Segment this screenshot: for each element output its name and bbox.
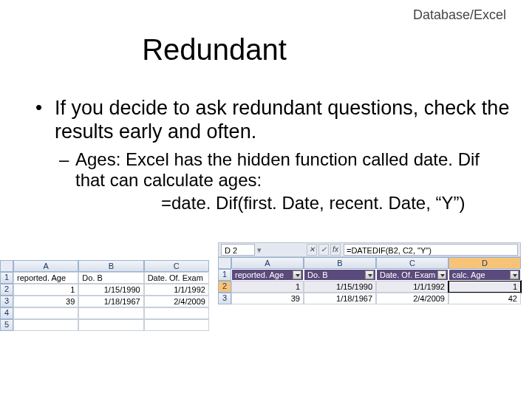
- row-header[interactable]: 5: [0, 319, 13, 331]
- filter-dropdown-icon[interactable]: [510, 270, 519, 279]
- header-cell[interactable]: calc. Age: [449, 269, 521, 281]
- table-row: 3 39 1/18/1967 2/4/2009 42: [218, 293, 521, 304]
- slide-title: Redundant: [0, 33, 480, 66]
- cell[interactable]: Date. Of. Exam: [144, 272, 209, 284]
- row-header[interactable]: 3: [0, 296, 13, 307]
- select-all-corner[interactable]: [218, 257, 231, 269]
- cell[interactable]: 1: [231, 281, 304, 293]
- row-header[interactable]: 2: [0, 284, 13, 296]
- styled-header-row: 1 reported. Age Do. B Date. Of. Exam cal…: [218, 269, 521, 281]
- row-header[interactable]: 1: [218, 269, 231, 281]
- body-content: • If you decide to ask redundant questio…: [35, 96, 510, 214]
- row-header[interactable]: 4: [0, 307, 13, 319]
- cell[interactable]: 2/4/2009: [144, 296, 209, 307]
- sub-bullet-text: Ages: Excel has the hidden function call…: [75, 149, 510, 191]
- cell[interactable]: 1/1/1992: [144, 284, 209, 296]
- formula-text: =date. Dif(first. Date, recent. Date, “Y…: [161, 192, 510, 214]
- select-all-corner[interactable]: [0, 260, 13, 272]
- header-cell[interactable]: Date. Of. Exam: [376, 269, 449, 281]
- cell[interactable]: [144, 319, 209, 331]
- col-header-a[interactable]: A: [231, 257, 304, 269]
- cell[interactable]: [78, 319, 143, 331]
- cancel-icon[interactable]: ✕: [307, 244, 317, 256]
- cell[interactable]: 42: [449, 293, 521, 304]
- row-header[interactable]: 3: [218, 293, 231, 304]
- cell[interactable]: [13, 307, 78, 319]
- cell[interactable]: 1/18/1967: [78, 296, 143, 307]
- column-headers: A B C: [0, 260, 209, 272]
- fx-icon[interactable]: fx: [330, 244, 341, 256]
- filter-dropdown-icon[interactable]: [365, 270, 374, 279]
- enter-icon[interactable]: ✓: [318, 244, 329, 256]
- col-header-b[interactable]: B: [304, 257, 376, 269]
- filter-dropdown-icon[interactable]: [293, 270, 301, 279]
- col-header-b[interactable]: B: [78, 260, 143, 272]
- column-headers: A B C D: [218, 257, 521, 269]
- dash-icon: –: [59, 149, 72, 170]
- col-header-c[interactable]: C: [376, 257, 449, 269]
- table-row: 5: [0, 319, 209, 331]
- selected-cell[interactable]: 1: [449, 281, 521, 293]
- filter-dropdown-icon[interactable]: [437, 270, 446, 279]
- excel-screenshot-right: D 2 ▾ ✕ ✓ fx =DATEDIF(B2, C2, "Y") A B C…: [218, 242, 521, 304]
- table-row: 1 reported. Age Do. B Date. Of. Exam: [0, 272, 209, 284]
- cell[interactable]: [13, 319, 78, 331]
- table-row: 2 1 1/15/1990 1/1/1992 1: [218, 281, 521, 293]
- cell[interactable]: 1/1/1992: [376, 281, 449, 293]
- context-label: Database/Excel: [413, 7, 506, 23]
- cell[interactable]: reported. Age: [13, 272, 78, 284]
- excel-screenshot-left: A B C 1 reported. Age Do. B Date. Of. Ex…: [0, 260, 209, 331]
- header-cell[interactable]: reported. Age: [231, 269, 304, 281]
- name-box[interactable]: D 2: [221, 244, 255, 256]
- row-header[interactable]: 2: [218, 281, 231, 293]
- cell[interactable]: 2/4/2009: [376, 293, 449, 304]
- cell[interactable]: [78, 307, 143, 319]
- table-row: 3 39 1/18/1967 2/4/2009: [0, 296, 209, 307]
- cell[interactable]: 39: [13, 296, 78, 307]
- table-row: 2 1 1/15/1990 1/1/1992: [0, 284, 209, 296]
- bullet-text: If you decide to ask redundant questions…: [55, 96, 510, 143]
- cell[interactable]: 1/15/1990: [304, 281, 376, 293]
- row-header[interactable]: 1: [0, 272, 13, 284]
- col-header-a[interactable]: A: [13, 260, 78, 272]
- header-cell[interactable]: Do. B: [304, 269, 376, 281]
- cell[interactable]: 39: [231, 293, 304, 304]
- cell[interactable]: [144, 307, 209, 319]
- cell[interactable]: 1/18/1967: [304, 293, 376, 304]
- cell[interactable]: 1: [13, 284, 78, 296]
- table-row: 4: [0, 307, 209, 319]
- col-header-c[interactable]: C: [144, 260, 209, 272]
- bullet-icon: •: [35, 96, 50, 118]
- formula-input[interactable]: =DATEDIF(B2, C2, "Y"): [344, 244, 518, 256]
- col-header-d[interactable]: D: [449, 257, 521, 269]
- cell[interactable]: 1/15/1990: [78, 284, 143, 296]
- cell[interactable]: Do. B: [78, 272, 143, 284]
- formula-bar: D 2 ▾ ✕ ✓ fx =DATEDIF(B2, C2, "Y"): [218, 242, 521, 257]
- dropdown-icon[interactable]: ▾: [257, 245, 262, 255]
